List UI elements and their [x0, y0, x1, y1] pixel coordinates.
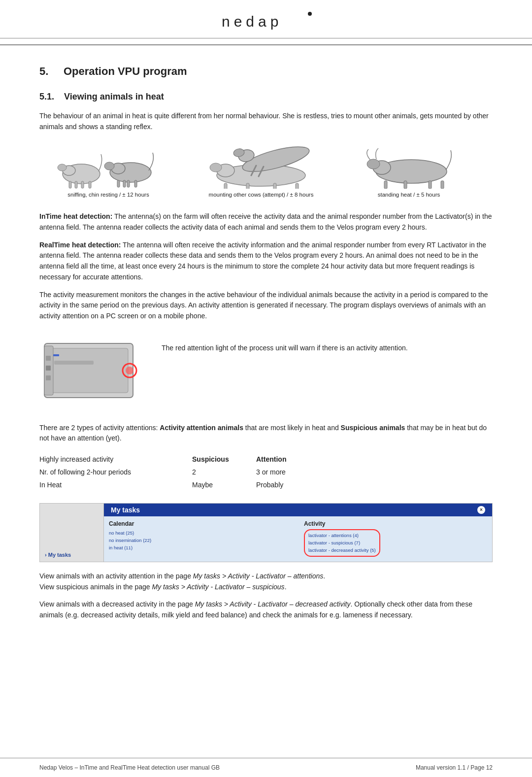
screenshot-calendar-col: Calendar no heat (25) no insemination (2… — [109, 520, 292, 558]
svg-rect-43 — [46, 375, 51, 380]
table-header-label: Highly increased activity — [39, 453, 192, 466]
table-cell-periods-suspicious: 2 — [192, 466, 256, 478]
footer-left: Nedap Velos – InTime and RealTime Heat d… — [39, 764, 220, 771]
svg-rect-15 — [123, 180, 126, 187]
table-cell-heat-suspicious: Maybe — [192, 478, 256, 491]
intime-paragraph: InTime heat detection: The antenna(s) on… — [39, 211, 493, 233]
table-header-row: Highly increased activity Suspicious Att… — [39, 453, 493, 466]
page-footer: Nedap Velos – InTime and RealTime Heat d… — [0, 758, 532, 777]
animal-svg-standing — [345, 144, 473, 189]
screenshot-calendar-item-2: in heat (11) — [109, 544, 292, 551]
view-para2-italic: My tasks > Activity - Lactivator – decre… — [195, 600, 351, 608]
screenshot-calendar-item-1: no insemination (22) — [109, 537, 292, 544]
intro-paragraph: The behaviour of an animal in heat is qu… — [39, 111, 493, 132]
view-para1b-italic: My tasks > Activity - Lactivator – suspi… — [152, 583, 285, 591]
screenshot-activity-item-1: lactivator - suspicious (7) — [308, 539, 376, 546]
screenshot-activity-title: Activity — [304, 520, 487, 527]
screenshot-activity-col: Activity lactivator - attentions (4) lac… — [304, 520, 487, 558]
svg-text:nedap: nedap — [222, 13, 282, 30]
animal-group-standing: standing heat / ± 5 hours — [345, 144, 473, 198]
table-row-heat: In Heat Maybe Probably — [39, 478, 493, 491]
svg-rect-20 — [246, 183, 249, 189]
standing-cow-svg — [360, 144, 458, 189]
svg-rect-5 — [69, 181, 71, 188]
process-unit-svg — [39, 334, 143, 407]
activity-table: Highly increased activity Suspicious Att… — [39, 453, 493, 491]
main-content: 5. Operation VPU program 5.1. Viewing an… — [0, 45, 532, 758]
screenshot-activity-highlight: lactivator - attentions (4) lactivator -… — [304, 529, 380, 557]
svg-point-11 — [104, 162, 114, 170]
table-cell-periods-attention: 3 or more — [256, 466, 493, 478]
view-para-2: View animals with a decreased activity i… — [39, 599, 493, 620]
table-cell-heat-label: In Heat — [39, 478, 192, 491]
mounting-cow-svg — [197, 142, 325, 189]
page-wrapper: nedap 5. Operation VPU program 5.1. View… — [0, 0, 532, 777]
section-title: 5. Operation VPU program — [39, 65, 493, 78]
svg-point-18 — [210, 163, 222, 172]
screenshot-activity-item-0: lactivator - attentions (4) — [308, 532, 376, 539]
svg-rect-32 — [404, 181, 407, 189]
animal-group-mounting: mounting other cows (attempt) / ± 8 hour… — [177, 142, 345, 198]
device-section: The red attention light of the process u… — [39, 334, 493, 409]
intime-label: InTime heat detection: — [39, 212, 112, 220]
activity-paragraph: The activity measurement monitors the ch… — [39, 290, 493, 322]
table-row-periods: Nr. of following 2-hour periods 2 3 or m… — [39, 466, 493, 478]
svg-rect-8 — [75, 181, 77, 188]
table-header-attention: Attention — [256, 453, 493, 466]
svg-point-4 — [58, 164, 66, 171]
screenshot-mytasks-title: My tasks — [111, 506, 140, 514]
svg-rect-41 — [46, 356, 51, 361]
svg-rect-36 — [49, 348, 128, 393]
animal-caption-sniffing: sniffing, chin resting / ± 12 hours — [67, 192, 149, 198]
screenshot-sidebar-mytasks: › My tasks — [45, 552, 99, 558]
screenshot-close-btn: × — [477, 506, 485, 514]
animal-svg-sniffing — [39, 147, 177, 189]
animal-caption-mounting: mounting other cows (attempt) / ± 8 hour… — [209, 192, 314, 198]
svg-rect-37 — [54, 361, 94, 365]
svg-point-1 — [308, 12, 312, 16]
realtime-label: RealTime heat detection: — [39, 241, 121, 249]
svg-rect-6 — [81, 181, 84, 188]
software-screenshot: › My tasks My tasks × Calendar no heat (… — [39, 503, 493, 562]
svg-rect-7 — [89, 181, 91, 188]
table-header-suspicious: Suspicious — [192, 453, 256, 466]
screenshot-calendar-title: Calendar — [109, 520, 292, 527]
view-para1-italic: My tasks > Activity - Lactivator – atten… — [193, 572, 323, 580]
device-description: The red attention light of the process u… — [162, 334, 493, 353]
svg-rect-14 — [134, 180, 137, 187]
screenshot-sidebar: › My tasks — [40, 504, 104, 562]
svg-rect-21 — [273, 183, 276, 189]
animals-row: sniffing, chin resting / ± 12 hours — [39, 142, 493, 198]
page-header: nedap — [0, 0, 532, 45]
animal-svg-mounting — [177, 142, 345, 189]
table-cell-heat-attention: Probably — [256, 478, 493, 491]
attention-types-intro: There are 2 types of activity attentions… — [39, 423, 493, 444]
sniffing-cow-svg — [54, 147, 163, 189]
screenshot-calendar-item-0: no heat (25) — [109, 529, 292, 537]
device-image — [39, 334, 148, 409]
attention-bold1: Activity attention animals — [160, 424, 243, 432]
svg-rect-31 — [384, 181, 387, 189]
svg-rect-42 — [46, 366, 51, 371]
animal-caption-standing: standing heat / ± 5 hours — [378, 192, 440, 198]
realtime-paragraph: RealTime heat detection: The antenna wil… — [39, 240, 493, 283]
svg-rect-19 — [224, 183, 227, 189]
subsection-title: 5.1. Viewing animals in heat — [39, 92, 493, 102]
view-para-1: View animals with an activity attention … — [39, 571, 493, 592]
svg-point-40 — [126, 367, 133, 374]
nedap-logo: nedap — [217, 9, 315, 33]
footer-right: Manual version 1.1 / Page 12 — [416, 764, 493, 771]
attention-bold2: Suspicious animals — [341, 424, 405, 432]
screenshot-activity-item-2: lactivator - decreased activity (5) — [308, 546, 376, 554]
svg-point-30 — [367, 159, 380, 169]
svg-rect-13 — [127, 180, 130, 187]
svg-rect-12 — [117, 180, 120, 187]
svg-rect-34 — [441, 181, 444, 189]
table-cell-periods-label: Nr. of following 2-hour periods — [39, 466, 192, 478]
animal-group-sniffing: sniffing, chin resting / ± 12 hours — [39, 147, 177, 198]
svg-rect-44 — [53, 354, 59, 356]
svg-rect-33 — [429, 181, 432, 189]
svg-rect-22 — [296, 183, 299, 189]
